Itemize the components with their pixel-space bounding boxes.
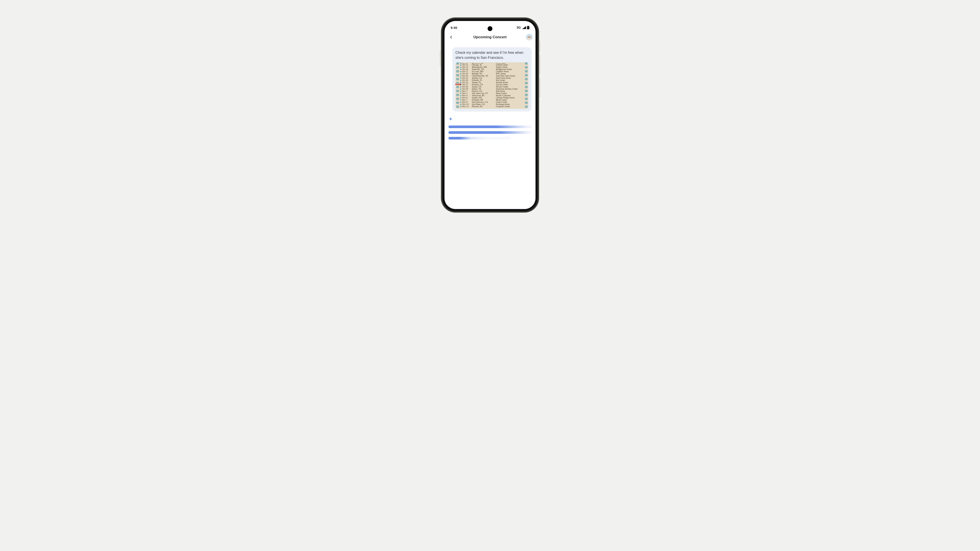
tour-row: Oct 17St Louis, MOChaifetz Arena: [460, 70, 527, 73]
tour-row: Oct 22Atlanta, GAState Farm Arena: [460, 77, 527, 79]
battery-icon: [527, 26, 530, 29]
tour-row: Oct 27Houston, TXToyota CenterNEW!: [460, 84, 527, 86]
tour-row: Oct 20Charlottesville, VAJohn Paul Jones…: [460, 75, 527, 77]
tour-row: Nov 7Portland, ORModa Center: [460, 99, 527, 101]
tour-row: Oct 25Tampa, FLAmalie Arena: [460, 81, 527, 84]
user-message-bubble[interactable]: Check my calendar and see if I'm free wh…: [452, 47, 531, 111]
bullet-icon: [460, 82, 461, 83]
user-prompt-text: Check my calendar and see if I'm free wh…: [455, 50, 528, 60]
tour-row: Oct 30Dallas, TXAmerican Airlines Center: [460, 88, 527, 90]
phone-side-button: [539, 41, 540, 52]
loading-bar: [449, 125, 531, 128]
bullet-icon: [460, 97, 461, 98]
bullet-icon: [460, 71, 461, 72]
bullet-icon: [460, 102, 461, 103]
tour-venue: Footprint Center: [496, 105, 527, 108]
bullet-icon: [460, 69, 461, 70]
tour-row: Oct 19Raleigh, NCPNC Arena: [460, 73, 527, 75]
bullet-icon: [460, 86, 461, 87]
signal-icon: [522, 26, 526, 29]
phone-frame: 9:30 5G Upcoming Concert: [442, 19, 538, 211]
phone-screen: 9:30 5G Upcoming Concert: [444, 21, 536, 209]
tour-dates-image[interactable]: Oct 11Montreal, QCCentre BellOct 13Chica…: [455, 62, 528, 109]
bullet-icon: [460, 89, 461, 90]
app-header: Upcoming Concert: [444, 31, 536, 43]
tour-row: Oct 14Minneapolis, MNTarget Center: [460, 66, 527, 68]
tour-row: Nov 2Salt Lake City, UTDelta Center: [460, 92, 527, 94]
message-area: Check my calendar and see if I'm free wh…: [444, 43, 536, 111]
phone-side-button: [539, 78, 540, 97]
chevron-left-icon: [449, 35, 453, 40]
new-badge: NEW!: [455, 84, 461, 85]
tour-row: Nov 10San Diego, CAPechanga Arena: [460, 103, 527, 105]
avatar-body: [527, 38, 532, 40]
bullet-icon: [460, 78, 461, 79]
phone-side-button: [440, 51, 441, 66]
phone-side-button: [539, 55, 540, 75]
status-indicators: 5G: [517, 26, 530, 29]
bullet-icon: [460, 73, 461, 74]
tour-row: Nov 9San Francisco, CAChase Center: [460, 101, 527, 103]
stage: 9:30 5G Upcoming Concert: [331, 0, 649, 179]
bullet-icon: [460, 95, 461, 96]
bullet-icon: [460, 91, 461, 92]
tour-row: Nov 13Phoenix, AZFootprint Center: [460, 105, 527, 108]
bullet-icon: [460, 100, 461, 100]
bullet-icon: [460, 93, 461, 94]
tour-row: Nov 4Vancouver, BCPacific Coliseum: [460, 94, 527, 97]
sparkle-icon: [449, 117, 453, 121]
camera-punch-hole: [488, 26, 492, 31]
tour-city: Phoenix, AZ: [472, 105, 496, 108]
bullet-icon: [460, 80, 461, 81]
bullet-icon: [460, 65, 461, 65]
tour-row: Nov 6Seattle, WAClimate Pledge Arena: [460, 97, 527, 99]
tour-date: Nov 13: [462, 105, 472, 108]
tour-row: Oct 16Nashville, TNBridgestone Arena: [460, 68, 527, 70]
loading-bar: [449, 131, 531, 134]
svg-rect-0: [527, 26, 530, 29]
bullet-icon: [460, 106, 461, 107]
bullet-icon: [460, 104, 461, 105]
svg-rect-1: [528, 26, 529, 27]
network-label: 5G: [517, 26, 521, 29]
perforation-left: [456, 62, 459, 109]
tour-row: Nov 1Denver, COBall Arena: [460, 90, 527, 92]
page-title: Upcoming Concert: [473, 35, 507, 39]
bullet-icon: [460, 75, 461, 76]
status-time: 9:30: [450, 26, 457, 30]
tour-row: Oct 24Orlando, FLKia Center: [460, 79, 527, 81]
bullet-icon: [460, 67, 461, 68]
assistant-reply-loading: [444, 111, 536, 140]
profile-avatar[interactable]: [526, 34, 533, 40]
back-button[interactable]: [447, 34, 455, 41]
loading-bar: [449, 137, 511, 140]
tour-row: Oct 13Chicago, ILUnited Center: [460, 64, 527, 66]
